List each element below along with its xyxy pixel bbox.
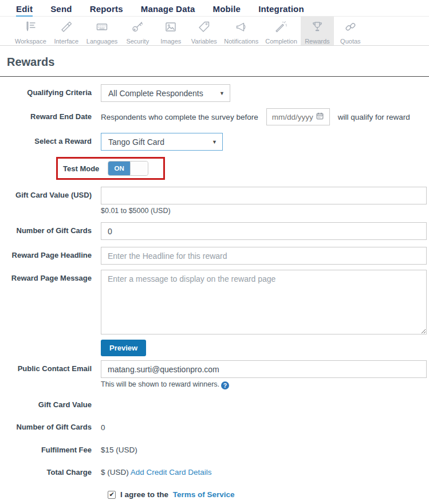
tab-security[interactable]: Security [121, 17, 154, 45]
tab-languages[interactable]: Languages [83, 17, 121, 45]
tab-workspace[interactable]: Workspace [11, 17, 50, 45]
workspace-pen-icon [23, 20, 37, 36]
selected-value: Tango Gift Card [108, 137, 164, 147]
select-reward-select[interactable]: Tango Gift Card ▼ [101, 133, 223, 151]
tab-label: Interface [54, 38, 78, 45]
public-contact-email-input[interactable] [101, 360, 427, 378]
reward-end-date-suffix: will qualify for reward [338, 113, 410, 121]
toggle-knob [130, 162, 148, 175]
fulfilment-fee-label: Fulfilment Fee [7, 446, 92, 455]
reward-page-message-textarea[interactable] [101, 270, 427, 334]
tab-images[interactable]: Images [154, 17, 187, 45]
settings-toolbar: Workspace Interface Languages Security I… [0, 17, 429, 46]
tab-label: Notifications [224, 38, 258, 45]
rewards-trophy-icon [310, 20, 324, 36]
quotas-links-icon [344, 20, 357, 36]
nav-reports[interactable]: Reports [90, 4, 123, 15]
tab-notifications[interactable]: Notifications [221, 17, 262, 45]
terms-of-service-link[interactable]: Terms of Service [173, 490, 235, 499]
public-contact-email-helper: This will be shown to reward winners. [101, 380, 219, 388]
nav-integration[interactable]: Integration [258, 4, 304, 15]
qualifying-criteria-select[interactable]: All Complete Respondents ▼ [101, 84, 230, 102]
summary-number-of-gift-cards-label: Number of Gift Cards [7, 423, 92, 432]
terms-checkbox[interactable]: ✔ [108, 491, 116, 499]
gift-card-value-label: Gift Card Value (USD) [7, 187, 92, 200]
tab-label: Workspace [15, 38, 46, 45]
languages-keyboard-icon [95, 20, 109, 36]
gift-card-value-input[interactable] [101, 187, 427, 204]
nav-send[interactable]: Send [50, 4, 72, 15]
test-mode-toggle[interactable]: ON [108, 161, 148, 176]
top-nav: Edit Send Reports Manage Data Mobile Int… [0, 0, 429, 17]
tab-label: Languages [86, 38, 117, 45]
tab-rewards[interactable]: Rewards [301, 17, 334, 45]
fulfilment-fee-value: $15 (USD) [101, 446, 427, 454]
toggle-on-label: ON [108, 162, 130, 175]
total-charge-label: Total Charge [7, 468, 92, 477]
reward-end-date-input[interactable] [272, 113, 316, 121]
help-question-icon[interactable]: ? [221, 381, 229, 389]
summary-number-of-gift-cards: 0 [101, 423, 427, 432]
test-mode-label: Test Mode [63, 164, 99, 173]
agree-text: I agree to the [120, 490, 168, 499]
summary-gift-card-value-label: Gift Card Value [7, 400, 92, 410]
total-charge-value: $ (USD) [101, 468, 129, 477]
nav-manage-data[interactable]: Manage Data [141, 4, 195, 15]
select-reward-label: Select a Reward [7, 137, 92, 146]
images-picture-icon [164, 20, 178, 36]
tab-label: Rewards [305, 38, 329, 45]
test-mode-annotation-box: Test Mode ON [56, 157, 165, 180]
reward-end-date-label: Reward End Date [7, 112, 92, 121]
reward-page-message-label: Reward Page Message [7, 270, 92, 283]
tab-label: Images [160, 38, 181, 45]
number-of-gift-cards-label: Number of Gift Cards [7, 226, 92, 235]
reward-page-headline-input[interactable] [101, 247, 427, 265]
tab-quotas[interactable]: Quotas [334, 17, 367, 45]
tab-interface[interactable]: Interface [50, 17, 83, 45]
chevron-down-icon: ▼ [212, 139, 217, 145]
completion-wand-icon [274, 20, 288, 36]
notifications-megaphone-icon [234, 20, 248, 36]
selected-value: All Complete Respondents [108, 89, 203, 98]
reward-end-date-input-wrap [266, 108, 330, 125]
page-title: Rewards [7, 56, 422, 69]
reward-page-headline-label: Reward Page Headline [7, 251, 92, 260]
reward-end-date-prefix: Respondents who complete the survey befo… [101, 113, 258, 121]
variables-tag-icon [197, 20, 211, 36]
preview-button[interactable]: Preview [101, 340, 146, 356]
interface-pen-icon [60, 20, 73, 36]
calendar-icon[interactable] [316, 112, 324, 123]
nav-mobile[interactable]: Mobile [212, 4, 241, 15]
public-contact-email-label: Public Contact Email [7, 360, 92, 373]
rewards-form: Qualifying Criteria All Complete Respond… [0, 77, 429, 504]
number-of-gift-cards-input[interactable] [101, 222, 427, 240]
tab-label: Security [126, 38, 149, 45]
tab-variables[interactable]: Variables [187, 17, 221, 45]
tab-label: Quotas [340, 38, 360, 45]
security-key-icon [131, 20, 144, 36]
gift-card-value-helper: $0.01 to $5000 (USD) [101, 207, 427, 215]
tab-completion[interactable]: Completion [262, 17, 301, 45]
tab-label: Variables [191, 38, 217, 45]
chevron-down-icon: ▼ [219, 90, 225, 96]
add-credit-card-link[interactable]: Add Credit Card Details [131, 468, 212, 477]
nav-edit[interactable]: Edit [16, 4, 33, 17]
tab-label: Completion [265, 38, 297, 45]
qualifying-criteria-label: Qualifying Criteria [7, 88, 92, 97]
